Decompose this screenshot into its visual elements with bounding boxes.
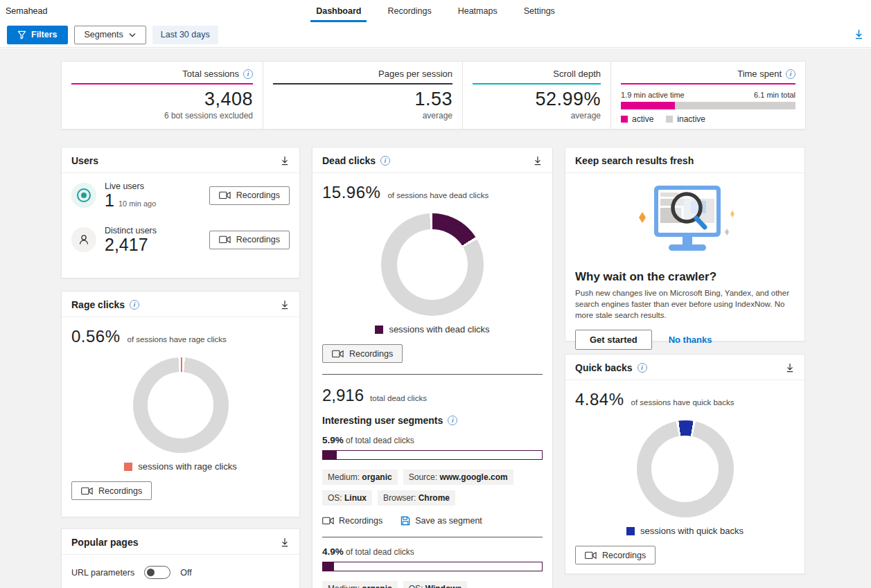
dead-recordings-button[interactable]: Recordings	[322, 344, 403, 363]
info-icon[interactable]: i	[786, 69, 795, 79]
video-camera-icon	[332, 350, 344, 358]
tab-recordings[interactable]: Recordings	[386, 0, 432, 22]
download-icon[interactable]	[785, 363, 795, 373]
dead-clicks-donut	[381, 213, 484, 316]
promo-body-text: Push new changes live on Microsoft Bing,…	[575, 287, 795, 321]
live-recordings-button[interactable]: Recordings	[209, 186, 290, 205]
rage-clicks-card: Rage clicks i 0.56% of sessions have rag…	[61, 291, 300, 517]
dead-clicks-pct: 15.96%	[322, 183, 380, 202]
rage-recordings-button[interactable]: Recordings	[71, 481, 152, 500]
url-parameters-label: URL parameters	[71, 568, 134, 578]
info-icon[interactable]: i	[380, 156, 390, 166]
download-dashboard-icon[interactable]	[854, 29, 864, 40]
download-icon[interactable]	[280, 156, 290, 166]
quick-backs-pct: 4.84%	[575, 390, 624, 409]
rage-legend-swatch	[124, 463, 132, 471]
dead-clicks-card: Dead clicks i 15.96% of sessions have de…	[312, 147, 553, 588]
distinct-recordings-button[interactable]: Recordings	[209, 231, 290, 249]
segments-dropdown[interactable]: Segments	[74, 26, 146, 44]
distinct-users-value: 2,417	[105, 235, 157, 253]
nav-tabs: Dashboard Recordings Heatmaps Settings	[0, 0, 871, 22]
download-icon[interactable]	[280, 537, 290, 548]
info-icon[interactable]: i	[448, 416, 457, 425]
card-title: Rage clicks	[71, 299, 125, 310]
sparkle-icon	[639, 212, 646, 223]
info-icon[interactable]: i	[637, 363, 647, 373]
save-icon	[401, 516, 410, 526]
quick-legend-swatch	[626, 527, 635, 535]
card-title: Users	[71, 155, 98, 166]
video-camera-icon	[81, 487, 93, 495]
card-title: Popular pages	[71, 537, 138, 548]
person-icon	[71, 227, 96, 252]
info-icon[interactable]: i	[243, 69, 253, 79]
live-user-icon	[71, 183, 96, 208]
date-range-chip[interactable]: Last 30 days	[152, 26, 218, 44]
download-icon[interactable]	[280, 300, 290, 310]
active-legend-swatch	[621, 116, 628, 123]
get-started-button[interactable]: Get started	[575, 330, 652, 350]
metric-pages-per-session: Pages per session 1.53 average	[263, 62, 462, 129]
filter-funnel-icon	[17, 30, 26, 39]
live-users-value: 1	[105, 190, 114, 210]
metric-total-sessions: Total sessionsi 3,408 6 bot sessions exc…	[62, 62, 263, 129]
live-users-row: Live users 110 min ago Recordings	[62, 173, 299, 217]
chip-os[interactable]: OS: Windows	[403, 581, 468, 588]
video-camera-icon	[322, 517, 334, 525]
clarity-dashboard: Semahead Dashboard Recordings Heatmaps S…	[0, 0, 871, 588]
tab-settings[interactable]: Settings	[522, 0, 556, 22]
users-card: Users Live users 110 min ago Recordings	[61, 147, 300, 278]
top-nav: Semahead Dashboard Recordings Heatmaps S…	[0, 0, 871, 22]
metric-accent-underline	[71, 83, 253, 84]
quick-recordings-button[interactable]: Recordings	[575, 546, 656, 564]
quick-backs-card: Quick backs i 4.84% of sessions have qui…	[565, 354, 805, 574]
total-time-label: 6.1 min total	[754, 91, 795, 99]
distinct-users-row: Distinct users 2,417 Recordings	[62, 217, 299, 262]
video-camera-icon	[219, 191, 231, 199]
download-icon[interactable]	[533, 156, 543, 166]
chip-browser[interactable]: Browser: Chrome	[378, 490, 455, 506]
chip-medium[interactable]: Medium: organic	[322, 581, 398, 588]
card-title: Keep search results fresh	[575, 155, 694, 166]
segment-bar	[322, 562, 543, 571]
metric-accent-underline	[621, 83, 795, 84]
active-time-fill	[621, 102, 675, 109]
chip-os[interactable]: OS: Linux	[322, 490, 372, 506]
dashboard-content: Total sessionsi 3,408 6 bot sessions exc…	[0, 48, 871, 588]
metric-time-spent: Time spenti 1.9 min active time 6.1 min …	[610, 62, 805, 129]
tab-heatmaps[interactable]: Heatmaps	[457, 0, 499, 22]
metric-accent-underline	[273, 83, 452, 84]
search-promo-card: Keep search results fresh	[565, 147, 805, 341]
filter-bar: Filters Segments Last 30 days	[0, 22, 871, 48]
tab-dashboard[interactable]: Dashboard	[315, 0, 362, 22]
no-thanks-link[interactable]: No thanks	[669, 335, 712, 345]
segment-pct: 5.9%	[322, 435, 344, 445]
chip-source[interactable]: Source: www.google.com	[403, 470, 513, 485]
scroll-depth-value: 52.99%	[473, 89, 601, 110]
segment-recordings-link[interactable]: Recordings	[322, 516, 382, 526]
url-parameters-toggle[interactable]	[144, 566, 170, 579]
inactive-legend-swatch	[666, 116, 673, 123]
chip-medium[interactable]: Medium: organic	[322, 470, 398, 485]
segment-pct: 4.9%	[322, 546, 344, 557]
chevron-down-icon	[129, 33, 136, 37]
segment-bar	[322, 450, 543, 460]
rage-clicks-donut	[133, 357, 229, 453]
rage-clicks-pct: 0.56%	[71, 327, 121, 346]
card-title: Quick backs	[575, 362, 633, 373]
save-as-segment-link[interactable]: Save as segment	[401, 516, 482, 526]
video-camera-icon	[219, 235, 231, 244]
metric-accent-underline	[473, 83, 601, 84]
time-spent-bar	[621, 102, 795, 109]
total-sessions-value: 3,408	[71, 89, 253, 110]
total-dead-clicks-value: 2,916	[322, 386, 364, 405]
sparkle-icon	[730, 211, 734, 217]
video-camera-icon	[585, 551, 597, 560]
active-time-label: 1.9 min active time	[621, 91, 685, 99]
filters-button[interactable]: Filters	[7, 26, 68, 44]
info-icon[interactable]: i	[130, 300, 139, 310]
promo-heading: Why wait on the crawler?	[575, 270, 795, 284]
dead-legend-swatch	[375, 326, 383, 334]
popular-pages-card: Popular pages URL parameters Off	[61, 528, 300, 588]
sparkle-icon	[725, 229, 729, 235]
